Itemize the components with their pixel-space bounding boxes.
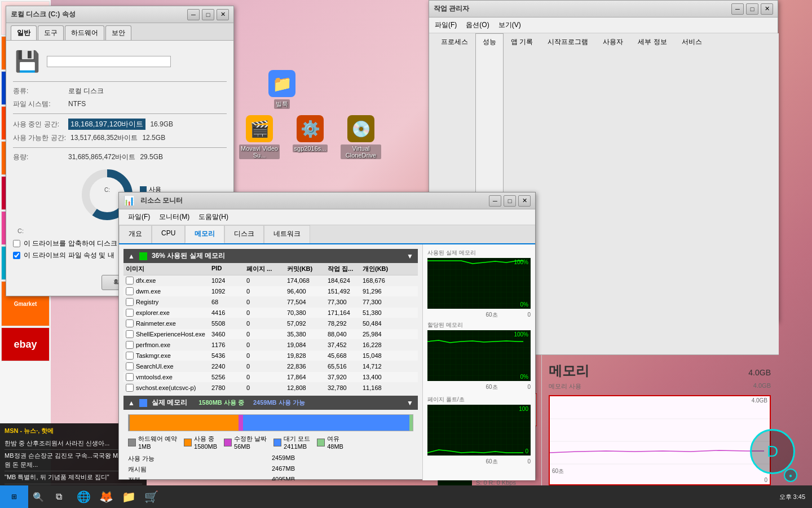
memory-available-label: 2459MB 사용 가능 [253,398,305,407]
tab-security[interactable]: 보안 [105,25,131,40]
process-section-header[interactable]: ▲ 36% 사용된 실제 메모리 ▼ [123,249,418,263]
modified-legend-label: 수정한 날짜56MB [234,435,267,450]
table-row[interactable]: ShellExperienceHost.exe 3460035,38088,04… [123,329,418,340]
process-checkbox[interactable] [126,287,134,295]
taskbar-folder-icon[interactable]: 📁 [118,487,139,507]
memory-usage-value: 4.0GB [753,382,771,391]
scroll-down-btn[interactable]: ▼ [407,399,413,407]
table-row[interactable]: Taskmgr.exe 5436019,82845,66815,048 [123,351,418,361]
tab-details[interactable]: 세부 정보 [630,33,674,354]
tab-tools[interactable]: 도구 [38,25,64,40]
tm-maximize-button[interactable]: □ [746,3,758,15]
table-row[interactable]: Rainmeter.exe 5508057,09278,29250,484 [123,318,418,329]
rm-minimize-button[interactable]: ─ [489,195,501,207]
used-actual-label: 사용된 실제 메모리 [427,249,531,257]
allocated-pct: 100% [514,331,528,338]
table-row[interactable]: svchost.exe(utcsvc-p) 2780012,80832,7801… [123,383,418,393]
maximize-button[interactable]: □ [202,9,214,20]
rm-close-button[interactable]: ✕ [518,195,531,207]
in-use-bar [130,415,239,431]
allocated-label: 할당된 메모리 [427,321,531,329]
scroll-up-btn[interactable]: ▲ [128,252,135,260]
tab-overview[interactable]: 개요 [119,225,152,243]
desktop-icon-movavi[interactable]: 🎬 Movavi Video Su... [237,113,282,161]
task-manager-titlebar: 작업 관리자 ─ □ ✕ [429,1,778,17]
desktop-icon-vcd[interactable]: 💿 Virtual CloneDrive [338,113,383,161]
rm-maximize-button[interactable]: □ [504,195,516,207]
prop-value-free-gb: 12.5GB [142,134,165,142]
tab-hardware[interactable]: 하드웨어 [65,25,104,40]
ad-item[interactable]: ebay [1,327,50,361]
table-row[interactable]: vmtoolsd.exe 5256017,86437,92013,400 [123,372,418,383]
taskbar-ff-icon[interactable]: 🦊 [96,487,116,507]
start-button[interactable]: ⊞ [0,485,28,508]
index-checkbox[interactable] [13,252,20,259]
table-row[interactable]: perfmon.exe 1176019,08437,45216,228 [123,340,418,351]
taskbar-store-icon[interactable]: 🛒 [141,487,161,507]
tab-memory[interactable]: 메모리 [185,225,224,243]
menu-options[interactable]: 옵션(O) [461,19,493,32]
disk-properties-titlebar: 로컬 디스크 (C:) 속성 ─ □ ✕ [6,6,233,23]
memory-usage-graph: 4.0GB 60초 0 [549,395,771,485]
prop-label-type: 종류: [13,86,64,96]
process-checkbox[interactable] [126,373,134,381]
floating-icon[interactable]: D [750,429,795,474]
desktop-icon-img: 💿 [347,115,374,142]
process-checkbox[interactable] [126,277,134,284]
page-zero: 0 [525,448,528,454]
task-view-button[interactable]: ⧉ [48,487,69,507]
process-checkbox[interactable] [126,298,134,306]
tab-cpu[interactable]: CPU [152,225,185,243]
process-checkbox[interactable] [126,341,134,349]
standby-color [273,439,281,446]
small-floating-icon[interactable]: ● [784,468,797,482]
tab-startup[interactable]: 시작프로그램 [540,33,595,354]
desktop-icon-billtook[interactable]: 📁 빌툭 [259,68,304,111]
taskbar-ie-icon[interactable]: 🌐 [73,487,94,507]
svg-rect-4 [427,330,531,381]
hw-reserve-legend: 하드웨어 예약1MB [128,435,177,450]
index-label: 이 드라이브의 파일 속성 및 내 [24,251,114,260]
process-checkbox[interactable] [126,352,134,360]
menu-file[interactable]: 파일(F) [430,19,461,32]
tab-network[interactable]: 네트워크 [264,225,310,243]
table-row[interactable]: dfx.exe 10240174,068184,624168,676 [123,275,418,286]
process-checkbox[interactable] [126,309,134,317]
memory-section-header[interactable]: ▲ 실제 메모리 1580MB 사용 중 2459MB 사용 가능 ▼ [123,396,418,410]
tab-users[interactable]: 사용자 [595,33,630,354]
table-row[interactable]: explorer.exe 4416070,380171,16451,380 [123,308,418,318]
process-checkbox[interactable] [126,330,134,338]
drive-label-input[interactable] [47,56,171,67]
memory-legend: 하드웨어 예약1MB 사용 중1580MB 수정한 날짜56MB 대기 [128,435,413,450]
minimize-button[interactable]: ─ [187,9,200,20]
prop-row-total: 용량: 31,685,865,472바이트 29.5GB [13,152,227,162]
allocated-svg [427,330,531,381]
tab-disk[interactable]: 디스크 [224,225,264,243]
tab-services[interactable]: 서비스 [674,33,709,354]
close-button[interactable]: ✕ [217,9,229,20]
process-checkbox[interactable] [126,384,134,392]
tm-close-button[interactable]: ✕ [761,3,773,15]
table-row[interactable]: dwm.exe 1092096,400151,49291,296 [123,286,418,297]
table-row[interactable]: SearchUI.exe 2240022,83665,51614,712 [123,361,418,372]
process-checkbox[interactable] [126,362,134,370]
resource-monitor-title: 리소스 모니터 [140,196,487,205]
compress-checkbox[interactable] [13,240,20,247]
tm-minimize-button[interactable]: ─ [731,3,744,15]
menu-file[interactable]: 파일(F) [123,211,155,224]
desktop-icon-sgp[interactable]: ⚙️ sgp2016s... [288,113,333,155]
prop-label-free: 사용 가능한 공간: [13,133,66,143]
scroll-down-btn[interactable]: ▼ [407,252,413,260]
prop-value-used-bytes: 18,168,197,120바이트 [68,119,145,130]
menu-help[interactable]: 도움말(H) [194,211,233,224]
scroll-up-btn[interactable]: ▲ [128,399,135,407]
desktop-icon-label: sgp2016s... [293,144,328,152]
hw-color [128,439,136,446]
menu-monitor[interactable]: 모니터(M) [155,211,194,224]
used-legend-label: 사용 중1580MB [194,435,217,450]
search-taskbar-button[interactable]: 🔍 [28,487,48,507]
table-row[interactable]: Registry 68077,50477,30077,300 [123,297,418,308]
menu-view[interactable]: 보기(V) [494,19,526,32]
process-checkbox[interactable] [126,319,134,327]
tab-general[interactable]: 일반 [11,25,37,40]
